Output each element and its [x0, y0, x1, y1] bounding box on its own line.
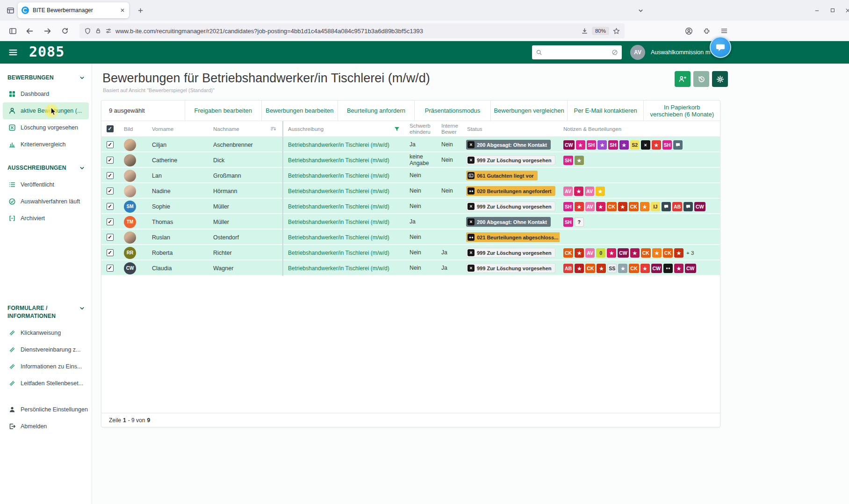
star-badge[interactable]: ★: [596, 187, 605, 196]
sidebar-item[interactable]: Klickanweisung: [0, 324, 92, 341]
account-icon[interactable]: [682, 24, 696, 38]
row-checkbox[interactable]: ✓: [107, 141, 114, 148]
toolbar-action[interactable]: Beurteilung anfordern: [338, 101, 414, 121]
toolbar-action[interactable]: Bewerbungen bearbeiten: [261, 101, 338, 121]
toolbar-action[interactable]: Präsentationsmodus: [414, 101, 491, 121]
status-badge[interactable]: 021 Beurteilungen abgeschloss...: [466, 232, 560, 242]
browser-tab[interactable]: BITE Bewerbermanager: [18, 2, 129, 18]
table-row[interactable]: ✓SMSophieMüllerBetriebshandwerker/in Tis…: [101, 199, 720, 214]
status-badge[interactable]: ×999 Zur Löschung vorgesehen: [466, 248, 555, 258]
toolbar-action[interactable]: In Papierkorb verschieben (6 Monate): [643, 101, 720, 121]
note-badge[interactable]: CK: [607, 202, 617, 211]
clear-search-icon[interactable]: [612, 49, 618, 56]
status-badge[interactable]: ×999 Zur Löschung vorgesehen: [466, 202, 555, 211]
star-badge[interactable]: ★: [674, 248, 684, 258]
company-logo[interactable]: 2085: [29, 43, 65, 60]
note-badge[interactable]: CK: [563, 248, 573, 258]
sidebar-section-header[interactable]: BEWERBUNGEN: [0, 70, 92, 86]
col-vorname[interactable]: Vorname: [152, 122, 213, 137]
note-badge[interactable]: SH: [563, 217, 573, 227]
lock-icon[interactable]: [95, 28, 101, 34]
url-bar[interactable]: www.b-ite.com/recruitingmanager/r2021/ca…: [79, 23, 625, 38]
sidebar-item[interactable]: Leitfaden Stellenbeset...: [0, 375, 92, 392]
status-badge[interactable]: 020 Beurteilungen angefordert: [466, 186, 555, 196]
window-minimize-button[interactable]: [810, 3, 824, 17]
star-badge[interactable]: ★: [575, 264, 584, 273]
sidebar-item[interactable]: Persönliche Einstellungen: [0, 401, 92, 418]
note-badge[interactable]: AV: [585, 202, 595, 211]
star-badge[interactable]: ★: [597, 140, 607, 150]
sidebar-item[interactable]: Kriterienvergleich: [0, 136, 92, 153]
col-status[interactable]: Status: [463, 122, 560, 137]
chat-widget[interactable]: [710, 36, 731, 58]
note-badge[interactable]: CK: [585, 264, 595, 273]
star-badge[interactable]: ★: [576, 140, 585, 150]
table-row[interactable]: ✓CatherineDickBetriebshandwerker/in Tisc…: [101, 152, 720, 168]
chat-badge[interactable]: [673, 140, 683, 150]
chat-badge[interactable]: [684, 202, 693, 211]
note-badge[interactable]: CK: [641, 248, 651, 258]
table-row[interactable]: ✓RuslanOstendorfBetriebshandwerker/in Ti…: [101, 230, 720, 245]
url-text[interactable]: www.b-ite.com/recruitingmanager/r2021/ca…: [115, 28, 577, 35]
star-badge[interactable]: ★: [640, 264, 650, 273]
user-name-label[interactable]: Auswahlkommission mit Voll: [651, 41, 711, 64]
forward-icon[interactable]: [40, 24, 54, 38]
sidebar-item[interactable]: Archiviert: [0, 210, 92, 227]
note-badge[interactable]: CW: [685, 264, 696, 273]
search-input[interactable]: [545, 49, 609, 56]
star-badge[interactable]: ★: [674, 264, 684, 273]
status-badge[interactable]: ×999 Zur Löschung vorgesehen: [466, 263, 555, 273]
firefox-view-icon[interactable]: [4, 4, 17, 17]
note-badge[interactable]: S2: [630, 140, 640, 150]
star-badge[interactable]: ★: [575, 248, 584, 258]
status-badge[interactable]: ×200 Abgesagt: Ohne Kontakt: [466, 140, 551, 150]
eyes-badge[interactable]: [663, 264, 673, 273]
note-badge[interactable]: CK: [629, 264, 639, 273]
toolbar-action[interactable]: Per E-Mail kontaktieren: [567, 101, 644, 121]
question-badge[interactable]: ?: [575, 217, 584, 227]
col-notizen[interactable]: Notizen & Beurteilungen: [560, 122, 720, 137]
note-badge[interactable]: 0: [596, 248, 605, 258]
star-badge[interactable]: ★: [640, 202, 649, 211]
note-badge[interactable]: CW: [651, 264, 662, 273]
sidebar-section-header[interactable]: AUSSCHREIBUNGEN: [0, 160, 92, 176]
sidebar-section-header[interactable]: FORMULARE / INFORMATIONEN: [0, 301, 92, 324]
new-tab-button[interactable]: [134, 4, 147, 17]
header-search[interactable]: [532, 45, 622, 59]
table-row[interactable]: ✓TMThomasMüllerBetriebshandwerker/in Tis…: [101, 214, 720, 230]
note-badge[interactable]: CW: [618, 248, 629, 258]
bookmark-star-icon[interactable]: [613, 28, 620, 35]
sidebar-item[interactable]: Abmelden: [0, 418, 92, 435]
sidebar-toggle-icon[interactable]: [6, 24, 20, 38]
row-checkbox[interactable]: ✓: [107, 187, 114, 194]
note-badge[interactable]: CK: [663, 248, 673, 258]
note-badge[interactable]: AV: [585, 248, 595, 258]
col-nachname[interactable]: Nachname: [213, 121, 283, 137]
star-badge[interactable]: ★: [575, 156, 584, 165]
toolbar-action[interactable]: Freigaben bearbeiten: [185, 101, 261, 121]
note-badge[interactable]: SS: [607, 264, 617, 273]
star-badge[interactable]: ★: [618, 202, 627, 211]
note-more[interactable]: + 3: [686, 250, 694, 256]
note-badge[interactable]: IJ: [651, 202, 660, 211]
row-checkbox[interactable]: ✓: [107, 218, 114, 225]
note-badge[interactable]: CW: [563, 140, 575, 150]
status-badge[interactable]: ×200 Abgesagt: Ohne Kontakt: [466, 217, 551, 227]
row-checkbox[interactable]: ✓: [107, 203, 114, 210]
col-bild[interactable]: Bild: [118, 122, 152, 137]
col-schwerbehinderung[interactable]: Schwerb ehinderu: [406, 122, 438, 137]
window-close-button[interactable]: [841, 3, 849, 17]
note-badge[interactable]: AV: [563, 187, 573, 196]
star-badge[interactable]: ★: [652, 140, 661, 150]
reload-icon[interactable]: [58, 24, 72, 38]
table-row[interactable]: ✓NadineHörmannBetriebshandwerker/in Tisc…: [101, 183, 720, 199]
filter-icon[interactable]: [394, 126, 400, 132]
sidebar-item[interactable]: Dashboard: [0, 86, 92, 102]
col-ausschreibung[interactable]: Ausschreibung: [283, 122, 406, 137]
sidebar-item[interactable]: Löschung vorgesehen: [0, 119, 92, 136]
star-badge[interactable]: ★: [597, 264, 606, 273]
sidebar-item[interactable]: Veröffentlicht: [0, 176, 92, 193]
star-badge[interactable]: ★: [619, 140, 629, 150]
note-badge[interactable]: CK: [629, 202, 639, 211]
tab-close-icon[interactable]: [120, 7, 125, 13]
